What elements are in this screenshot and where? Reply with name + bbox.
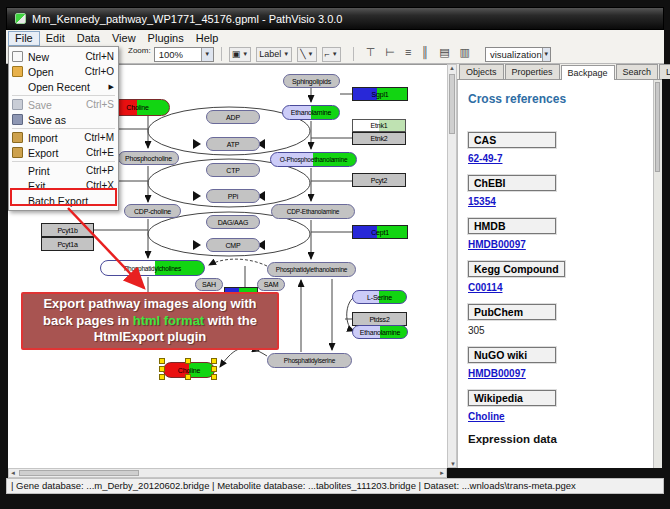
visualization-combobox[interactable]: visualization ▼ <box>485 47 551 62</box>
pathway-node-etnk2[interactable]: Etnk2 <box>352 132 406 145</box>
chevron-down-icon: ▼ <box>283 51 289 57</box>
pathway-node-ethanolamine-side[interactable]: Ethanolamine <box>352 325 408 339</box>
save-disk-icon <box>12 99 23 110</box>
chevron-down-icon: ▼ <box>308 51 314 57</box>
side-panel-scrollbar[interactable] <box>653 80 662 468</box>
align-horizontal-center-icon[interactable]: ⊤ <box>366 46 376 62</box>
pathway-node-ppi[interactable]: PPi <box>206 189 260 203</box>
crossref-section-kegg-compound: Kegg CompoundC00114 <box>468 261 653 293</box>
pathway-node-cept1[interactable]: Cept1 <box>352 225 408 239</box>
common-width-icon[interactable]: ▤ <box>439 46 449 62</box>
scrollbar-thumb[interactable] <box>449 74 455 134</box>
crossref-link[interactable]: HMDB00097 <box>468 239 653 250</box>
pathway-node-l-serine[interactable]: L-Serine <box>352 290 407 304</box>
pathway-node-dag-aag[interactable]: DAG/AAG <box>206 215 260 229</box>
menu-item-shortcut: Ctrl+S <box>86 99 114 110</box>
tab-properties[interactable]: Properties <box>505 64 560 79</box>
menu-view[interactable]: View <box>106 31 142 46</box>
pathway-node-sgpl1[interactable]: Sgpl1 <box>352 87 408 101</box>
distribute-vertical-icon[interactable]: ≡ <box>405 46 411 62</box>
tab-legend[interactable]: Legend <box>659 64 670 79</box>
menu-plugins[interactable]: Plugins <box>142 31 190 46</box>
pathway-node-phosphocholine[interactable]: Phosphocholine <box>118 151 179 165</box>
connector-tool[interactable]: ⌐▼ <box>322 47 341 62</box>
canvas-horizontal-scrollbar[interactable]: ◄► <box>8 468 447 478</box>
pathway-node-sphingolipids[interactable]: Sphingolipids <box>283 74 340 88</box>
pathway-node-cdp-ethanolamine[interactable]: CDP-Ethanolamine <box>271 204 355 219</box>
distribute-horizontal-icon[interactable]: ║ <box>421 46 429 62</box>
canvas-vertical-scrollbar[interactable]: ▲▼ <box>447 64 457 468</box>
crossref-header: Wikipedia <box>468 390 556 406</box>
chevron-down-icon: ▼ <box>542 48 550 61</box>
crossref-link[interactable]: Choline <box>468 411 653 422</box>
menu-separator <box>12 95 115 96</box>
menu-file[interactable]: File <box>8 31 40 46</box>
menu-separator <box>12 128 115 129</box>
selection-handle[interactable] <box>159 358 165 364</box>
scrollbar-thumb[interactable] <box>19 470 139 476</box>
window-title: Mm_Kennedy_pathway_WP1771_45176.gpml - P… <box>32 13 342 25</box>
pathway-node-ethanolamine-top[interactable]: Ethanolamine <box>282 105 340 120</box>
file-menu-item-open-recent[interactable]: Open Recent▶ <box>9 79 118 94</box>
pathway-node-sah[interactable]: SAH <box>195 278 223 291</box>
pathway-node-o-phosphoethanolamine[interactable]: O-Phosphoethanolamine <box>270 152 357 167</box>
menu-edit[interactable]: Edit <box>40 31 71 46</box>
selection-handle[interactable] <box>185 358 191 364</box>
tab-backpage[interactable]: Backpage <box>561 65 615 80</box>
file-menu-item-new[interactable]: NewCtrl+N <box>9 49 118 64</box>
selection-handle[interactable] <box>211 366 217 372</box>
menu-item-label: Import <box>28 132 80 144</box>
crossref-link[interactable]: C00114 <box>468 282 653 293</box>
pathway-node-ptdss2[interactable]: Ptdss2 <box>352 312 407 326</box>
label-tool[interactable]: Label▼ <box>256 47 292 62</box>
pathway-node-phosphatidylcholines[interactable]: Phosphatidylcholines <box>100 260 205 276</box>
crossref-section-hmdb: HMDBHMDB00097 <box>468 218 653 250</box>
common-height-icon[interactable]: ▥ <box>460 46 470 62</box>
line-tool-icon: ╲ <box>300 49 305 59</box>
tab-objects[interactable]: Objects <box>459 64 504 79</box>
menu-data[interactable]: Data <box>71 31 106 46</box>
selection-handle[interactable] <box>159 374 165 380</box>
datanode-tool[interactable]: ▣▼ <box>229 47 251 62</box>
crossref-link[interactable]: 15354 <box>468 196 653 207</box>
file-menu-item-open[interactable]: OpenCtrl+O <box>9 64 118 79</box>
new-file-icon <box>12 51 23 62</box>
menu-item-spacer <box>12 165 23 176</box>
pathway-node-cdp-choline[interactable]: CDP-choline <box>124 204 181 218</box>
menu-help[interactable]: Help <box>190 31 225 46</box>
menu-item-label: Print <box>28 165 82 177</box>
menu-item-label: Save as <box>28 114 110 126</box>
pathway-node-adp[interactable]: ADP <box>206 110 260 124</box>
pathway-node-etnk1[interactable]: Etnk1 <box>352 119 406 132</box>
pathway-node-pcyt1b[interactable]: Pcyt1b <box>41 223 94 237</box>
pathway-node-pcyt1a[interactable]: Pcyt1a <box>41 237 94 251</box>
crossref-link[interactable]: 62-49-7 <box>468 153 653 164</box>
menu-separator <box>12 161 115 162</box>
selection-handle[interactable] <box>211 374 217 380</box>
file-menu-item-save[interactable]: SaveCtrl+S <box>9 97 118 112</box>
crossref-section-nugo-wiki: NuGO wikiHMDB00097 <box>468 347 653 379</box>
pathway-node-sam[interactable]: SAM <box>257 278 285 291</box>
scrollbar-thumb[interactable] <box>655 82 660 172</box>
pathway-node-ctp[interactable]: CTP <box>206 163 260 177</box>
pathway-node-pcyt2[interactable]: Pcyt2 <box>352 173 406 187</box>
selection-handle[interactable] <box>211 358 217 364</box>
app-icon <box>15 13 26 24</box>
file-menu-item-export[interactable]: ExportCtrl+E <box>9 145 118 160</box>
zoom-combobox[interactable]: 100% ▼ <box>154 47 214 62</box>
pathway-node-cmp[interactable]: CMP <box>206 238 260 252</box>
pathway-node-phosphatidylserine[interactable]: Phosphatidylserine <box>267 353 352 368</box>
file-menu-item-import[interactable]: ImportCtrl+M <box>9 130 118 145</box>
tab-search[interactable]: Search <box>616 64 659 79</box>
backpage-panel: Cross references CAS62-49-7ChEBI15354HMD… <box>457 80 653 468</box>
align-vertical-center-icon[interactable]: ⊢ <box>385 46 395 62</box>
menu-item-spacer <box>12 81 23 92</box>
selection-handle[interactable] <box>185 374 191 380</box>
file-menu-item-print[interactable]: PrintCtrl+P <box>9 163 118 178</box>
pathway-node-phosphatidylethanolamine[interactable]: Phosphatidylethanolamine <box>267 262 356 277</box>
line-tool[interactable]: ╲▼ <box>297 47 316 62</box>
selection-handle[interactable] <box>159 366 165 372</box>
file-menu-item-save-as[interactable]: Save as <box>9 112 118 127</box>
pathway-node-atp[interactable]: ATP <box>206 137 260 151</box>
crossref-link[interactable]: HMDB00097 <box>468 368 653 379</box>
